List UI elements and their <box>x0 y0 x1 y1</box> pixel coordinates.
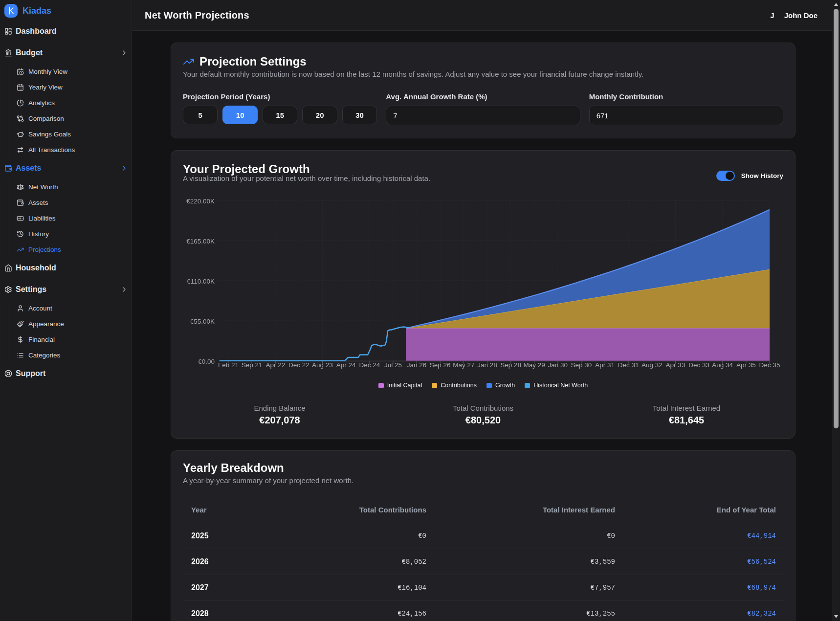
svg-text:Aug 23: Aug 23 <box>312 361 333 369</box>
svg-text:Sep 26: Sep 26 <box>430 361 451 369</box>
svg-text:Aug 34: Aug 34 <box>712 361 733 369</box>
svg-text:Jan 28: Jan 28 <box>477 361 497 369</box>
svg-text:May 27: May 27 <box>453 361 474 369</box>
svg-text:Dec 24: Dec 24 <box>359 361 380 369</box>
svg-text:€55.00K: €55.00K <box>190 318 215 325</box>
svg-text:Jul 25: Jul 25 <box>384 361 402 369</box>
svg-text:Sep 28: Sep 28 <box>500 361 521 369</box>
svg-text:Jan 26: Jan 26 <box>407 361 427 369</box>
svg-text:€0.00: €0.00 <box>198 358 215 365</box>
svg-text:Sep 21: Sep 21 <box>242 361 263 369</box>
svg-text:Dec 31: Dec 31 <box>618 361 639 369</box>
svg-text:€220.00K: €220.00K <box>186 198 215 205</box>
svg-text:Jan 30: Jan 30 <box>548 361 568 369</box>
svg-text:May 29: May 29 <box>524 361 545 369</box>
svg-text:€165.00K: €165.00K <box>186 238 215 245</box>
svg-text:Feb 21: Feb 21 <box>218 361 239 369</box>
svg-text:Apr 22: Apr 22 <box>265 361 285 369</box>
svg-text:Sep 30: Sep 30 <box>571 361 592 369</box>
svg-text:Apr 24: Apr 24 <box>336 361 356 369</box>
svg-text:Dec 22: Dec 22 <box>288 361 309 369</box>
svg-text:Aug 32: Aug 32 <box>641 361 663 369</box>
svg-text:Apr 31: Apr 31 <box>595 361 615 369</box>
svg-text:Apr 35: Apr 35 <box>736 361 756 369</box>
svg-text:Apr 33: Apr 33 <box>666 361 685 369</box>
svg-text:Dec 33: Dec 33 <box>688 361 709 369</box>
svg-text:Dec 35: Dec 35 <box>759 361 780 369</box>
svg-text:€110.00K: €110.00K <box>187 278 215 285</box>
